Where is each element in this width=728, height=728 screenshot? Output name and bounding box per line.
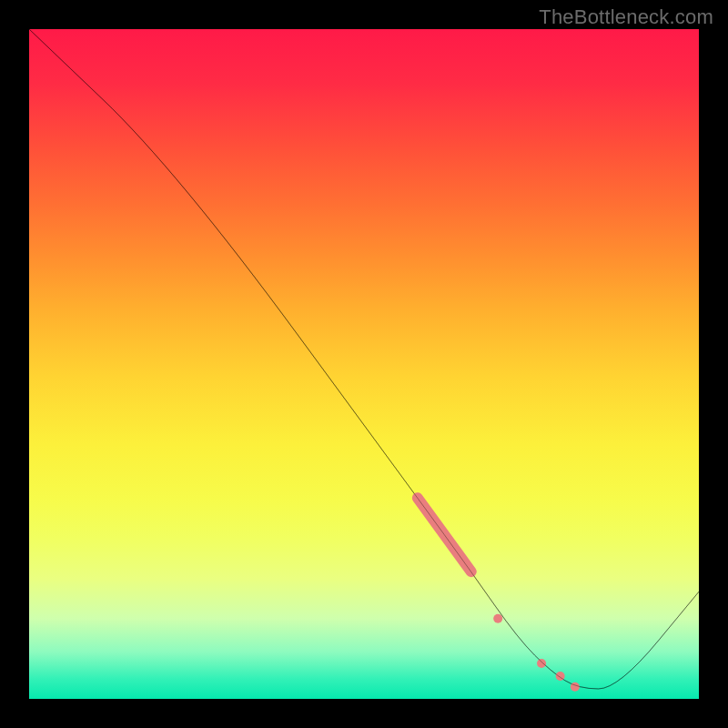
highlight-dot xyxy=(571,682,580,692)
main-curve-overlay xyxy=(29,29,699,689)
highlight-dot xyxy=(556,672,565,681)
main-curve xyxy=(29,29,699,689)
plot-area xyxy=(29,29,699,699)
watermark-text: TheBottleneck.com xyxy=(539,5,713,29)
curve-layer xyxy=(29,29,699,689)
highlight-dot xyxy=(493,614,502,623)
chart-svg xyxy=(29,29,699,699)
marker-layer xyxy=(418,498,580,692)
highlight-dot xyxy=(537,659,546,668)
chart-root: TheBottleneck.com xyxy=(0,0,728,728)
